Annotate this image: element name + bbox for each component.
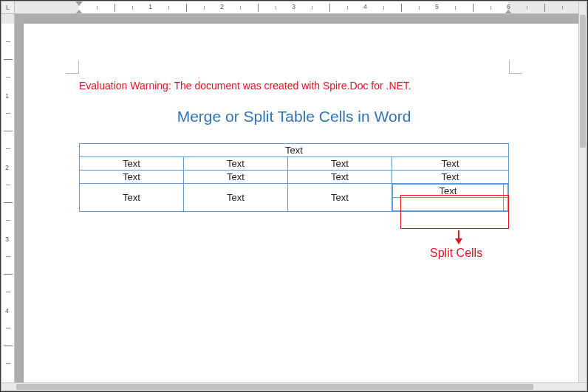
page-title: Merge or Split Table Cells in Word (79, 108, 509, 125)
vertical-scrollbar-thumb[interactable] (580, 15, 586, 148)
margin-corner-tr (509, 61, 522, 74)
horizontal-scrollbar[interactable] (1, 382, 587, 391)
table-cell[interactable]: Text (392, 157, 508, 171)
table-cell[interactable]: Text (80, 157, 184, 171)
vruler-num-3: 3 (5, 235, 9, 243)
table-cell[interactable]: Text (183, 184, 287, 212)
table-cell[interactable]: Text (392, 171, 508, 184)
split-cell-bl[interactable] (392, 198, 503, 211)
hruler-num-6: 6 (507, 3, 510, 10)
hruler-num-4: 4 (363, 3, 367, 10)
app-viewport: L 1 2 3 4 5 6 7 1 2 3 (0, 0, 588, 392)
vruler-num-2: 2 (5, 164, 9, 171)
table-cell[interactable]: Text (80, 171, 184, 184)
first-line-indent-marker[interactable] (75, 1, 83, 6)
table-row: Text Text Text Text (80, 171, 509, 184)
hruler-num-1: 1 (148, 3, 152, 10)
hruler-num-3: 3 (292, 3, 295, 10)
table-cell[interactable]: Text (287, 184, 392, 212)
document-content: Evaluation Warning: The document was cre… (79, 75, 509, 212)
table-row: Text Text Text Text (80, 157, 509, 171)
split-cell-tl[interactable]: Text (392, 185, 503, 198)
table-row: Text Text Text Text (80, 184, 509, 212)
demo-table: Text Text Text Text Text Text Text Text … (79, 143, 509, 212)
split-cell-tr[interactable] (503, 185, 507, 198)
horizontal-ruler[interactable]: 1 2 3 4 5 6 7 (15, 1, 578, 14)
table-cell[interactable]: Text (80, 184, 184, 212)
vertical-scrollbar[interactable] (578, 1, 587, 382)
document-area[interactable]: Evaluation Warning: The document was cre… (15, 14, 578, 382)
vruler-num-4: 4 (5, 307, 9, 314)
page: Evaluation Warning: The document was cre… (24, 24, 578, 382)
hruler-num-2: 2 (220, 3, 224, 10)
horizontal-scrollbar-thumb[interactable] (16, 384, 533, 390)
arrow-down-icon (458, 230, 459, 244)
vertical-ruler[interactable]: 1 2 3 4 (1, 14, 15, 382)
margin-corner-tl (66, 61, 79, 74)
split-cell-container[interactable]: Text (392, 184, 508, 212)
table-cell[interactable]: Text (287, 157, 392, 171)
split-cells-label: Split Cells (430, 247, 482, 260)
table-cell[interactable]: Text (183, 171, 287, 184)
vruler-num-1: 1 (5, 92, 9, 100)
horizontal-ruler-inner: 1 2 3 4 5 6 7 (15, 1, 578, 14)
table-cell[interactable]: Text (183, 157, 287, 171)
ruler-corner: L (1, 1, 15, 14)
split-sub-table: Text (392, 184, 508, 211)
table-cell[interactable]: Text (287, 171, 392, 184)
evaluation-warning: Evaluation Warning: The document was cre… (79, 80, 509, 92)
split-cell-br[interactable] (503, 198, 507, 211)
table-row: Text (80, 144, 509, 157)
hruler-num-5: 5 (435, 3, 439, 10)
merged-cell[interactable]: Text (80, 144, 509, 157)
